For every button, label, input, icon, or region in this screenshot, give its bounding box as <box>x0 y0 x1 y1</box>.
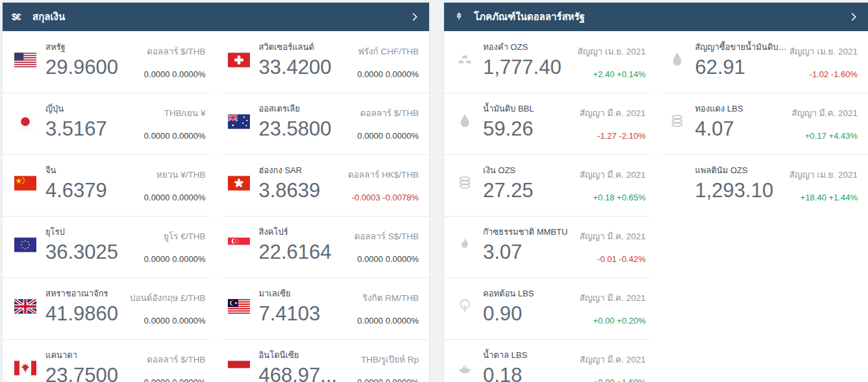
currency-change: 0.0000 0.0000% <box>357 316 419 326</box>
currency-name: แคนาดา <box>45 348 118 362</box>
currency-main: ญี่ปุ่น 3.5167 <box>45 102 107 141</box>
commodity-price: 59.26 <box>483 117 534 141</box>
empty-cell <box>656 216 868 278</box>
contract-label: สัญญา มี.ค. 2021 <box>580 167 646 182</box>
currency-name: มาเลเซีย <box>259 287 321 300</box>
currency-main: สหรัฐ 29.9600 <box>45 40 118 79</box>
currency-side: ฟรังก์ CHF/THB 0.0000 0.0000% <box>357 40 419 79</box>
country-flag-icon <box>14 53 36 67</box>
currency-card[interactable]: สหรัฐ 29.9600 ดอลลาร์ $/THB 0.0000 0.000… <box>3 31 216 93</box>
commodity-name: แพลตินัม OZS <box>695 163 774 177</box>
chevron-right-icon[interactable] <box>410 12 420 22</box>
contract-label: สัญญา มี.ค. 2021 <box>580 106 646 120</box>
contract-label: สัญญา มี.ค. 2021 <box>791 106 858 120</box>
commodity-card[interactable]: สัญญาซื้อขายน้ำมันดิบล่วง... 62.91 สัญญา… <box>656 31 868 93</box>
commodity-side: สัญญา มี.ค. 2021 -0.01 -0.42% <box>580 225 646 264</box>
commodity-side: สัญญา เม.ย. 2021 +2.40 +0.14% <box>577 40 645 79</box>
currency-rate: 29.9600 <box>45 56 118 79</box>
currency-change: 0.0000 0.0000% <box>144 377 206 382</box>
currency-pair-label: ดอลลาร์ HK$/THB <box>348 167 419 182</box>
currency-card[interactable]: สหราชอาณาจักร 41.9860 ปอนด์อังกฤษ £/THB … <box>3 278 216 339</box>
commodity-main: คอทต้อน LBS 0.90 <box>483 287 534 326</box>
currency-card[interactable]: ญี่ปุ่น 3.5167 THB/เยน ¥ 0.0000 0.0000% <box>3 93 216 154</box>
currency-change: -0.0003 -0.0078% <box>348 193 419 202</box>
country-flag-icon <box>14 299 36 314</box>
commodity-change: +18.40 +1.44% <box>789 193 858 202</box>
commodities-grid: ทองคำ OZS 1,777.40 สัญญา เม.ย. 2021 +2.4… <box>444 31 868 382</box>
commodity-main: แพลตินัม OZS 1,293.10 <box>695 163 774 202</box>
currency-rate: 7.4103 <box>259 302 321 326</box>
currency-pair-label: THB/เยน ¥ <box>144 106 206 120</box>
commodity-card[interactable]: เงิน OZS 27.25 สัญญา มี.ค. 2021 +0.18 +0… <box>444 154 656 216</box>
country-flag-icon <box>228 299 250 314</box>
commodity-side: สัญญา มี.ค. 2021 +0.17 +4.43% <box>791 102 858 141</box>
commodity-main: เงิน OZS 27.25 <box>483 163 534 202</box>
contract-label: สัญญา เม.ย. 2021 <box>789 44 858 58</box>
commodities-panel: โภคภัณฑ์ในดอลลาร์สหรัฐ ทองคำ OZS 1,777.4… <box>444 3 868 382</box>
currency-card[interactable]: ฮ่องกง SAR 3.8639 ดอลลาร์ HK$/THB -0.000… <box>216 154 430 216</box>
commodity-card[interactable]: ก๊าซธรรมชาติ MMBTU 3.07 สัญญา มี.ค. 2021… <box>444 216 656 278</box>
market-overview-widget: $€ สกุลเงิน สหรัฐ 29.9600 ดอลลาร์ $/THB … <box>0 0 868 382</box>
commodity-icon <box>668 51 686 69</box>
commodity-icon <box>456 51 474 69</box>
currency-main: จีน 4.6379 <box>45 163 107 202</box>
currency-change: 0.0000 0.0000% <box>354 254 419 264</box>
commodity-card[interactable]: น้ำมันดิบ BBL 59.26 สัญญา มี.ค. 2021 -1.… <box>444 93 656 154</box>
commodity-price: 1,777.40 <box>483 56 562 79</box>
currency-change: 0.0000 0.0000% <box>357 377 419 382</box>
commodity-name: สัญญาซื้อขายน้ำมันดิบล่วง... <box>695 40 789 54</box>
contract-label: สัญญา มี.ค. 2021 <box>580 229 646 243</box>
currency-main: อินโดนีเซีย 468.97... <box>259 348 338 382</box>
commodity-change: -1.27 -2.10% <box>580 131 646 141</box>
currency-side: ดอลลาร์ $/THB 0.0000 0.0000% <box>357 102 419 141</box>
commodity-name: เงิน OZS <box>483 163 534 177</box>
commodity-card[interactable]: ทองคำ OZS 1,777.40 สัญญา เม.ย. 2021 +2.4… <box>444 31 656 93</box>
currency-side: ยูโร €/THB 0.0000 0.0000% <box>144 225 206 264</box>
currency-pair-label: ดอลลาร์ S$/THB <box>354 229 419 243</box>
commodity-icon <box>668 174 686 192</box>
commodity-card[interactable]: คอทต้อน LBS 0.90 สัญญา มี.ค. 2021 +0.00 … <box>444 278 656 339</box>
currency-change: 0.0000 0.0000% <box>130 316 206 326</box>
commodity-card[interactable]: ทองแดง LBS 4.07 สัญญา มี.ค. 2021 +0.17 +… <box>656 93 868 154</box>
currency-card[interactable]: อินโดนีเซีย 468.97... THB/รูเปียห์ Rp 0.… <box>216 339 430 382</box>
commodity-main: ทองคำ OZS 1,777.40 <box>483 40 562 79</box>
commodity-price: 0.18 <box>483 364 527 382</box>
currency-pair-label: ยูโร €/THB <box>144 229 206 243</box>
commodity-card[interactable]: น้ำตาล LBS 0.18 สัญญา มี.ค. 2021 +0.00 +… <box>444 339 656 382</box>
contract-label: สัญญา มี.ค. 2021 <box>580 291 646 305</box>
country-flag-icon <box>14 114 36 129</box>
currency-change: 0.0000 0.0000% <box>357 69 419 79</box>
commodity-change: -0.01 -0.42% <box>580 254 646 264</box>
contract-label: สัญญา เม.ย. 2021 <box>789 167 858 182</box>
currency-symbols-icon: $€ <box>12 12 27 22</box>
wheat-icon <box>453 11 469 23</box>
chevron-right-icon[interactable] <box>849 12 859 22</box>
commodity-name: น้ำมันดิบ BBL <box>483 102 534 115</box>
currency-rate: 22.6164 <box>259 241 332 264</box>
currency-pair-label: ฟรังก์ CHF/THB <box>357 44 419 58</box>
commodity-card[interactable]: แพลตินัม OZS 1,293.10 สัญญา เม.ย. 2021 +… <box>656 154 868 216</box>
commodity-price: 0.90 <box>483 302 534 326</box>
currency-card[interactable]: ยุโรป 36.3025 ยูโร €/THB 0.0000 0.0000% <box>3 216 216 278</box>
commodities-panel-header: โภคภัณฑ์ในดอลลาร์สหรัฐ <box>444 3 868 31</box>
country-flag-icon <box>228 114 250 129</box>
commodity-main: ก๊าซธรรมชาติ MMBTU 3.07 <box>483 225 567 264</box>
commodity-icon <box>456 235 474 254</box>
commodity-price: 4.07 <box>695 117 743 141</box>
currency-main: ฮ่องกง SAR 3.8639 <box>259 163 321 202</box>
commodity-name: ทองคำ OZS <box>483 40 562 54</box>
commodity-main: น้ำตาล LBS 0.18 <box>483 348 527 382</box>
currency-card[interactable]: แคนาดา 23.7500 ดอลลาร์ $/THB 0.0000 0.00… <box>3 339 216 382</box>
currency-card[interactable]: มาเลเซีย 7.4103 ริงกิต RM/THB 0.0000 0.0… <box>216 278 430 339</box>
currency-card[interactable]: สวิตเซอร์แลนด์ 33.4200 ฟรังก์ CHF/THB 0.… <box>216 31 430 93</box>
currency-card[interactable]: จีน 4.6379 หยวน ¥/THB 0.0000 0.0000% <box>3 154 216 216</box>
currency-side: THB/เยน ¥ 0.0000 0.0000% <box>144 102 206 141</box>
currency-card[interactable]: ออสเตรเลีย 23.5800 ดอลลาร์ $/THB 0.0000 … <box>216 93 430 154</box>
country-flag-icon <box>228 53 250 67</box>
currency-rate: 3.8639 <box>259 179 321 202</box>
country-flag-icon <box>14 237 36 252</box>
commodity-icon <box>456 297 474 315</box>
currency-card[interactable]: สิงคโปร์ 22.6164 ดอลลาร์ S$/THB 0.0000 0… <box>216 216 430 278</box>
currency-change: 0.0000 0.0000% <box>144 254 206 264</box>
commodity-price: 3.07 <box>483 241 567 264</box>
